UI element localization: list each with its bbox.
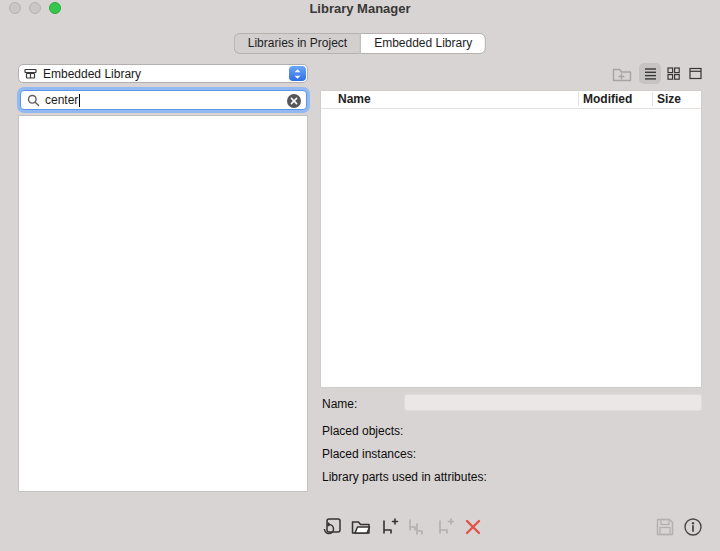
column-divider[interactable] <box>652 92 653 106</box>
clear-search-button[interactable] <box>287 94 301 108</box>
column-header-size[interactable]: Size <box>657 92 681 106</box>
list-view-icon <box>643 66 658 81</box>
search-input[interactable]: center <box>20 90 307 110</box>
column-header-name[interactable]: Name <box>338 92 371 106</box>
name-field[interactable] <box>404 394 702 411</box>
new-folder-icon <box>610 64 632 84</box>
search-icon <box>27 94 40 107</box>
placed-objects-label: Placed objects: <box>322 424 403 438</box>
library-parts-label: Library parts used in attributes: <box>322 470 487 484</box>
open-library-button[interactable] <box>347 513 375 541</box>
close-icon <box>290 97 298 105</box>
text-caret <box>79 94 80 107</box>
titlebar: Library Manager <box>0 0 720 28</box>
table-body[interactable] <box>321 108 701 387</box>
single-view-icon <box>688 66 703 81</box>
embedded-library-icon <box>24 67 37 80</box>
info-button[interactable] <box>679 513 707 541</box>
library-item-list[interactable] <box>18 115 308 492</box>
table-header: Name Modified Size <box>321 91 701 109</box>
library-dropdown-value: Embedded Library <box>43 67 141 81</box>
single-view-button[interactable] <box>684 63 706 84</box>
column-header-modified[interactable]: Modified <box>583 92 632 106</box>
save-icon <box>654 516 676 538</box>
search-text: center <box>45 93 78 107</box>
save-button[interactable] <box>651 513 679 541</box>
add-object-icon <box>377 515 401 539</box>
library-dropdown[interactable]: Embedded Library <box>18 64 308 83</box>
delete-icon <box>461 515 485 539</box>
info-icon <box>683 517 703 537</box>
duplicate-object-button[interactable] <box>403 513 431 541</box>
add-library-icon <box>320 515 344 539</box>
chevron-up-down-icon <box>289 66 306 81</box>
duplicate-object-icon <box>405 515 429 539</box>
name-label: Name: <box>322 397 357 411</box>
placed-instances-label: Placed instances: <box>322 447 416 461</box>
add-instance-icon <box>433 515 457 539</box>
delete-button[interactable] <box>459 513 487 541</box>
add-instance-button[interactable] <box>431 513 459 541</box>
window-title: Library Manager <box>0 1 720 17</box>
library-manager-window: Library Manager Libraries in Project Emb… <box>0 0 720 551</box>
grid-view-button[interactable] <box>662 63 684 84</box>
open-library-icon <box>349 515 373 539</box>
list-view-button[interactable] <box>639 63 661 84</box>
file-table: Name Modified Size <box>320 90 702 388</box>
new-folder-button[interactable] <box>610 64 632 84</box>
tab-libraries-in-project[interactable]: Libraries in Project <box>234 33 360 54</box>
grid-view-icon <box>666 66 681 81</box>
column-divider[interactable] <box>578 92 579 106</box>
add-library-button[interactable] <box>318 513 346 541</box>
tab-embedded-library[interactable]: Embedded Library <box>360 33 486 54</box>
add-object-button[interactable] <box>375 513 403 541</box>
tab-bar: Libraries in Project Embedded Library <box>234 33 486 54</box>
